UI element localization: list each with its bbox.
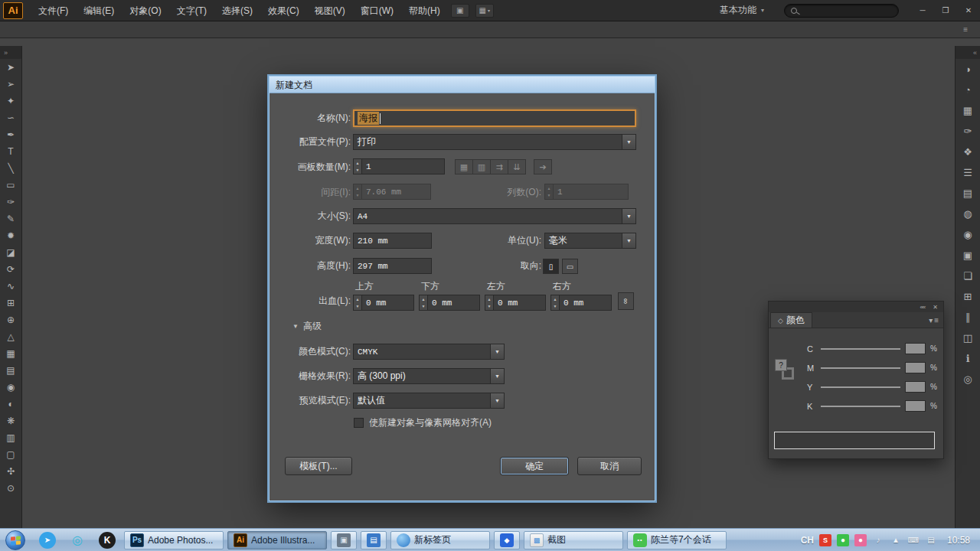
bleed-input[interactable]: ▲▼ 0 mm [550, 295, 612, 311]
volume-icon[interactable]: ♪ [872, 534, 884, 546]
color-mode-select[interactable]: CMYK ▼ [353, 344, 505, 360]
direct-selection-tool[interactable]: ➢ [0, 76, 21, 93]
profile-select[interactable]: 打印 ▼ [353, 134, 636, 150]
align-panel-icon[interactable]: ∥ [956, 307, 980, 328]
free-transform-tool[interactable]: ⊞ [0, 295, 21, 311]
shape-builder-tool[interactable]: ⊕ [0, 311, 21, 328]
menu-object[interactable]: 对象(O) [122, 0, 168, 21]
close-panel-icon[interactable]: ✕ [933, 304, 937, 311]
eyedropper-tool[interactable]: ◉ [0, 379, 21, 396]
units-select[interactable]: 毫米 ▼ [544, 233, 636, 249]
info-panel-icon[interactable]: ℹ [956, 348, 980, 369]
expand-tools-icon[interactable]: » [0, 46, 21, 59]
hand-tool[interactable]: ✣ [0, 463, 21, 480]
spinner-arrows-icon[interactable]: ▲▼ [419, 295, 427, 311]
orientation-landscape-button[interactable]: ▭ [562, 259, 578, 274]
menu-file[interactable]: 文件(F) [31, 0, 76, 21]
taskbar-list-app-button[interactable]: ▤ [361, 531, 387, 549]
width-input[interactable]: 210 mm [353, 233, 432, 249]
layers-panel-icon[interactable]: ❏ [956, 266, 980, 286]
appearance-panel-icon[interactable]: ◉ [956, 224, 980, 245]
artboards-input[interactable]: ▲▼ 1 [353, 158, 445, 174]
graphic-styles-panel-icon[interactable]: ▣ [956, 245, 980, 266]
change-order-icon[interactable]: ➔ [534, 159, 552, 174]
magic-wand-tool[interactable]: ✦ [0, 93, 21, 109]
channel-value-input[interactable] [905, 343, 926, 354]
clock[interactable]: 10:58 [947, 535, 970, 546]
channel-value-input[interactable] [905, 362, 926, 373]
pathfinder-panel-icon[interactable]: ◫ [956, 328, 980, 348]
lasso-tool[interactable]: ∽ [0, 109, 21, 126]
taskbar-gray-app-button[interactable]: ▣ [331, 531, 357, 549]
column-graph-tool[interactable]: ▥ [0, 429, 21, 446]
menu-select[interactable]: 选择(S) [214, 0, 260, 21]
taskbar-wechat-button[interactable]: •• 陈兰等7个会话 [627, 531, 727, 549]
bleed-input[interactable]: ▲▼ 0 mm [353, 295, 414, 311]
cancel-button[interactable]: 取消 [577, 457, 642, 475]
channel-slider[interactable] [821, 386, 900, 388]
spinner-arrows-icon[interactable]: ▲▼ [485, 295, 493, 311]
ok-button[interactable]: 确定 [500, 457, 569, 475]
artboard-tool[interactable]: ▢ [0, 446, 21, 463]
gallery-icon[interactable]: ▤ [925, 534, 937, 546]
taskbar-photoshop-button[interactable]: Ps Adobe Photos... [124, 531, 224, 549]
pen-tool[interactable]: ✒ [0, 126, 21, 143]
restore-button[interactable]: ❐ [934, 0, 957, 21]
taskbar-newtab-button[interactable]: 新标签页 [390, 531, 490, 549]
zoom-tool[interactable]: ⊙ [0, 480, 21, 497]
bird-app-icon[interactable]: ➤ [39, 532, 56, 549]
menu-effect[interactable]: 效果(C) [260, 0, 307, 21]
menu-edit[interactable]: 编辑(E) [76, 0, 122, 21]
symbols-panel-icon[interactable]: ❖ [956, 142, 980, 162]
arrange-by-row-icon[interactable]: ⇉ [490, 159, 508, 174]
ring-app-icon[interactable]: ◎ [69, 532, 86, 549]
channel-slider[interactable] [821, 367, 900, 369]
show-hidden-icons-chevron[interactable]: ▲ [890, 534, 902, 546]
paintbrush-tool[interactable]: ✑ [0, 194, 21, 210]
transparency-panel-icon[interactable]: ◍ [956, 204, 980, 224]
arrange-documents-icon[interactable]: ▦▾ [475, 4, 494, 18]
input-language-indicator[interactable]: CH [801, 535, 814, 546]
arrange-by-column-icon[interactable]: ⇊ [508, 159, 526, 174]
channel-slider[interactable] [821, 348, 900, 350]
orientation-portrait-button[interactable]: ▯ [543, 259, 559, 274]
menu-type[interactable]: 文字(T) [169, 0, 214, 21]
taskbar-blue-app-button[interactable]: ◆ [494, 531, 520, 549]
menu-view[interactable]: 视图(V) [307, 0, 353, 21]
search-input[interactable] [784, 4, 899, 18]
bridge-icon[interactable]: ▣ [451, 4, 469, 18]
artboards-panel-icon[interactable]: ⊞ [956, 286, 980, 307]
sogou-tray-icon[interactable]: S [819, 534, 831, 546]
blob-brush-tool[interactable]: ✹ [0, 227, 21, 244]
spinner-arrows-icon[interactable]: ▲▼ [353, 295, 361, 311]
channel-value-input[interactable] [905, 381, 926, 393]
symbol-sprayer-tool[interactable]: ❋ [0, 412, 21, 429]
type-tool[interactable]: T [0, 143, 21, 160]
pencil-tool[interactable]: ✎ [0, 210, 21, 227]
keyboard-icon[interactable]: ⌨ [907, 534, 920, 546]
grid-by-row-icon[interactable]: ▦ [455, 159, 473, 174]
rotate-tool[interactable]: ⟳ [0, 261, 21, 278]
name-input[interactable]: 海报 [353, 109, 636, 127]
color-spectrum-ramp[interactable] [774, 432, 935, 449]
channel-value-input[interactable] [905, 400, 926, 412]
menu-window[interactable]: 窗口(W) [353, 0, 401, 21]
pink-tray-icon[interactable]: ● [854, 534, 867, 546]
spinner-arrows-icon[interactable]: ▲▼ [353, 158, 361, 174]
stroke-panel-icon[interactable]: ☰ [956, 162, 980, 183]
brushes-panel-icon[interactable]: ✑ [956, 121, 980, 142]
minimize-button[interactable]: ─ [911, 0, 934, 21]
channel-slider[interactable] [821, 406, 900, 407]
dialog-title[interactable]: 新建文档 [270, 77, 655, 93]
gradient-tool[interactable]: ▤ [0, 362, 21, 379]
align-to-pixel-grid-checkbox[interactable] [354, 418, 364, 428]
raster-effects-select[interactable]: 高 (300 ppi) ▼ [353, 368, 505, 384]
collapse-panel-icon[interactable]: «« [920, 304, 925, 311]
swatches-panel-icon[interactable]: ▦ [956, 100, 980, 121]
expand-dock-icon[interactable]: « [956, 46, 980, 59]
taskbar-illustrator-button[interactable]: Ai Adobe Illustra... [227, 531, 327, 549]
close-button[interactable]: ✕ [957, 0, 980, 21]
blend-tool[interactable]: ◐ [0, 396, 21, 412]
color-panel-tab[interactable]: ◇ 颜色 [770, 312, 812, 328]
fill-swatch[interactable]: ? [775, 359, 787, 371]
